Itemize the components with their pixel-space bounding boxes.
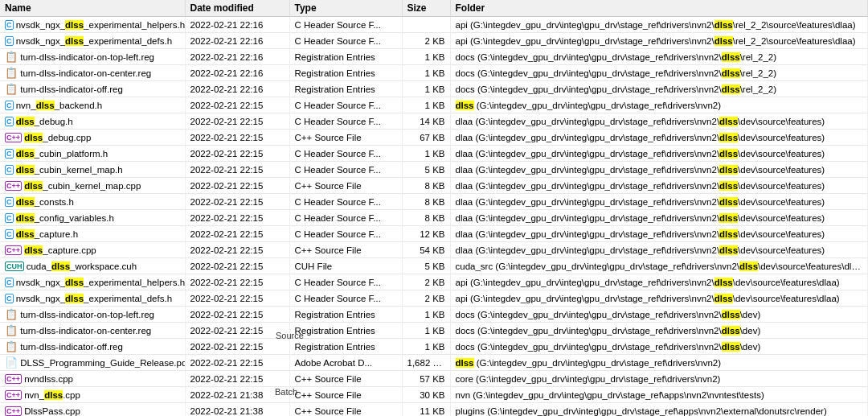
- file-name-cell[interactable]: C nvsdk_ngx_dlss_experimental_defs.h: [0, 290, 185, 307]
- file-name-cell[interactable]: C nvsdk_ngx_dlss_experimental_defs.h: [0, 33, 185, 49]
- table-row[interactable]: 📋 turn-dlss-indicator-off.reg2022-02-21 …: [0, 339, 868, 355]
- file-type-cell: C++ Source File: [289, 371, 402, 387]
- file-name-cell[interactable]: 📋 turn-dlss-indicator-off.reg: [0, 81, 185, 97]
- file-size-cell: 1 KB: [402, 97, 450, 113]
- table-row[interactable]: 📋 turn-dlss-indicator-on-top-left.reg202…: [0, 49, 868, 65]
- file-type-cell: C Header Source F...: [289, 194, 402, 210]
- file-size-cell: 5 KB: [402, 162, 450, 178]
- file-size-cell: 2 KB: [402, 33, 450, 49]
- file-date-cell: 2022-02-21 22:15: [185, 178, 289, 194]
- file-folder-cell: docs (G:\integdev_gpu_drv\integ\gpu_drv\…: [450, 339, 868, 355]
- file-name-cell[interactable]: C++ dlss_capture.cpp: [0, 242, 185, 258]
- file-type-cell: Registration Entries: [289, 307, 402, 323]
- file-name-cell[interactable]: C dlss_consts.h: [0, 194, 185, 210]
- file-date-cell: 2022-02-21 22:15: [185, 274, 289, 290]
- file-folder-cell: dlaa (G:\integdev_gpu_drv\integ\gpu_drv\…: [450, 210, 868, 226]
- file-name-cell[interactable]: 📋 turn-dlss-indicator-on-top-left.reg: [0, 307, 185, 323]
- table-row[interactable]: C++ dlss_capture.cpp2022-02-21 22:15C++ …: [0, 242, 868, 258]
- file-name-cell[interactable]: C dlss_cubin_kernel_map.h: [0, 162, 185, 178]
- table-row[interactable]: 📄 DLSS_Programming_Guide_Release.pdf2022…: [0, 355, 868, 371]
- file-type-cell: C Header Source F...: [289, 146, 402, 162]
- table-row[interactable]: C nvsdk_ngx_dlss_experimental_helpers.h2…: [0, 17, 868, 33]
- file-date-cell: 2022-02-21 22:15: [185, 226, 289, 242]
- table-row[interactable]: C nvsdk_ngx_dlss_experimental_helpers.h2…: [0, 274, 868, 290]
- table-row[interactable]: C dlss_consts.h2022-02-21 22:15C Header …: [0, 194, 868, 210]
- file-size-cell: [402, 17, 450, 33]
- file-name-cell[interactable]: C++ DlssPass.cpp: [0, 403, 185, 417]
- file-type-cell: C++ Source File: [289, 403, 402, 417]
- table-row[interactable]: C++ DlssPass.cpp2022-02-21 21:38C++ Sour…: [0, 403, 868, 417]
- col-header-folder[interactable]: Folder: [450, 0, 868, 17]
- table-row[interactable]: CUH cuda_dlss_workspace.cuh2022-02-21 22…: [0, 258, 868, 274]
- table-row[interactable]: C dlss_cubin_platform.h2022-02-21 22:15C…: [0, 146, 868, 162]
- table-row[interactable]: C nvn_dlss_backend.h2022-02-21 22:15C He…: [0, 97, 868, 113]
- file-folder-cell: core (G:\integdev_gpu_drv\integ\gpu_drv\…: [450, 371, 868, 387]
- file-type-cell: C Header Source F...: [289, 274, 402, 290]
- file-size-cell: 8 KB: [402, 194, 450, 210]
- file-name-cell[interactable]: 📋 turn-dlss-indicator-on-center.reg: [0, 65, 185, 81]
- file-size-cell: 11 KB: [402, 403, 450, 417]
- col-header-date[interactable]: Date modified: [185, 0, 289, 17]
- col-header-type[interactable]: Type: [289, 0, 402, 17]
- table-row[interactable]: C nvsdk_ngx_dlss_experimental_defs.h2022…: [0, 290, 868, 307]
- file-date-cell: 2022-02-21 22:16: [185, 17, 289, 33]
- file-folder-cell: dlaa (G:\integdev_gpu_drv\integ\gpu_drv\…: [450, 194, 868, 210]
- file-name-cell[interactable]: C++ nvn_dlss.cpp: [0, 387, 185, 403]
- file-name-cell[interactable]: C++ nvndlss.cpp: [0, 371, 185, 387]
- table-row[interactable]: C dlss_config_variables.h2022-02-21 22:1…: [0, 210, 868, 226]
- file-date-cell: 2022-02-21 22:15: [185, 210, 289, 226]
- col-header-size[interactable]: Size: [402, 0, 450, 17]
- file-folder-cell: docs (G:\integdev_gpu_drv\integ\gpu_drv\…: [450, 81, 868, 97]
- table-row[interactable]: C dlss_debug.h2022-02-21 22:15C Header S…: [0, 113, 868, 130]
- file-name-cell[interactable]: CUH cuda_dlss_workspace.cuh: [0, 258, 185, 274]
- file-type-cell: C++ Source File: [289, 242, 402, 258]
- file-type-cell: C Header Source F...: [289, 210, 402, 226]
- table-row[interactable]: C++ dlss_cubin_kernel_map.cpp2022-02-21 …: [0, 178, 868, 194]
- table-row[interactable]: C++ nvn_dlss.cpp2022-02-21 21:38C++ Sour…: [0, 387, 868, 403]
- file-date-cell: 2022-02-21 22:15: [185, 130, 289, 146]
- table-row[interactable]: C++ dlss_debug.cpp2022-02-21 22:15C++ So…: [0, 130, 868, 146]
- file-size-cell: 1 KB: [402, 49, 450, 65]
- table-row[interactable]: C dlss_capture.h2022-02-21 22:15C Header…: [0, 226, 868, 242]
- table-row[interactable]: 📋 turn-dlss-indicator-on-center.reg2022-…: [0, 65, 868, 81]
- file-type-cell: C Header Source F...: [289, 17, 402, 33]
- table-row[interactable]: C++ nvndlss.cpp2022-02-21 22:15C++ Sourc…: [0, 371, 868, 387]
- table-row[interactable]: 📋 turn-dlss-indicator-off.reg2022-02-21 …: [0, 81, 868, 97]
- file-name-cell[interactable]: C++ dlss_debug.cpp: [0, 130, 185, 146]
- file-folder-cell: dlaa (G:\integdev_gpu_drv\integ\gpu_drv\…: [450, 113, 868, 130]
- file-name-cell[interactable]: C dlss_capture.h: [0, 226, 185, 242]
- file-date-cell: 2022-02-21 22:15: [185, 97, 289, 113]
- file-name-cell[interactable]: 📄 DLSS_Programming_Guide_Release.pdf: [0, 355, 185, 371]
- file-size-cell: 5 KB: [402, 258, 450, 274]
- file-folder-cell: dlaa (G:\integdev_gpu_drv\integ\gpu_drv\…: [450, 162, 868, 178]
- file-type-cell: Registration Entries: [289, 339, 402, 355]
- file-size-cell: 1 KB: [402, 307, 450, 323]
- file-name-cell[interactable]: C nvsdk_ngx_dlss_experimental_helpers.h: [0, 274, 185, 290]
- file-type-cell: C Header Source F...: [289, 162, 402, 178]
- file-size-cell: 8 KB: [402, 178, 450, 194]
- table-row[interactable]: 📋 turn-dlss-indicator-on-center.reg2022-…: [0, 323, 868, 339]
- file-folder-cell: dlaa (G:\integdev_gpu_drv\integ\gpu_drv\…: [450, 130, 868, 146]
- table-row[interactable]: 📋 turn-dlss-indicator-on-top-left.reg202…: [0, 307, 868, 323]
- file-date-cell: 2022-02-21 22:16: [185, 81, 289, 97]
- file-name-cell[interactable]: 📋 turn-dlss-indicator-on-center.reg: [0, 323, 185, 339]
- file-name-cell[interactable]: C dlss_cubin_platform.h: [0, 146, 185, 162]
- file-name-cell[interactable]: C dlss_config_variables.h: [0, 210, 185, 226]
- file-name-cell[interactable]: 📋 turn-dlss-indicator-on-top-left.reg: [0, 49, 185, 65]
- col-header-name[interactable]: Name: [0, 0, 185, 17]
- file-folder-cell: api (G:\integdev_gpu_drv\integ\gpu_drv\s…: [450, 290, 868, 307]
- file-name-cell[interactable]: C++ dlss_cubin_kernel_map.cpp: [0, 178, 185, 194]
- table-row[interactable]: C nvsdk_ngx_dlss_experimental_defs.h2022…: [0, 33, 868, 49]
- file-date-cell: 2022-02-21 22:15: [185, 146, 289, 162]
- file-name-cell[interactable]: C dlss_debug.h: [0, 113, 185, 130]
- file-size-cell: 54 KB: [402, 242, 450, 258]
- file-name-cell[interactable]: C nvn_dlss_backend.h: [0, 97, 185, 113]
- file-date-cell: 2022-02-21 21:38: [185, 403, 289, 417]
- file-name-cell[interactable]: 📋 turn-dlss-indicator-off.reg: [0, 339, 185, 355]
- table-row[interactable]: C dlss_cubin_kernel_map.h2022-02-21 22:1…: [0, 162, 868, 178]
- file-date-cell: 2022-02-21 22:16: [185, 33, 289, 49]
- file-size-cell: 1,682 KB: [402, 355, 450, 371]
- file-size-cell: 1 KB: [402, 65, 450, 81]
- file-name-cell[interactable]: C nvsdk_ngx_dlss_experimental_helpers.h: [0, 17, 185, 33]
- file-folder-cell: dlaa (G:\integdev_gpu_drv\integ\gpu_drv\…: [450, 226, 868, 242]
